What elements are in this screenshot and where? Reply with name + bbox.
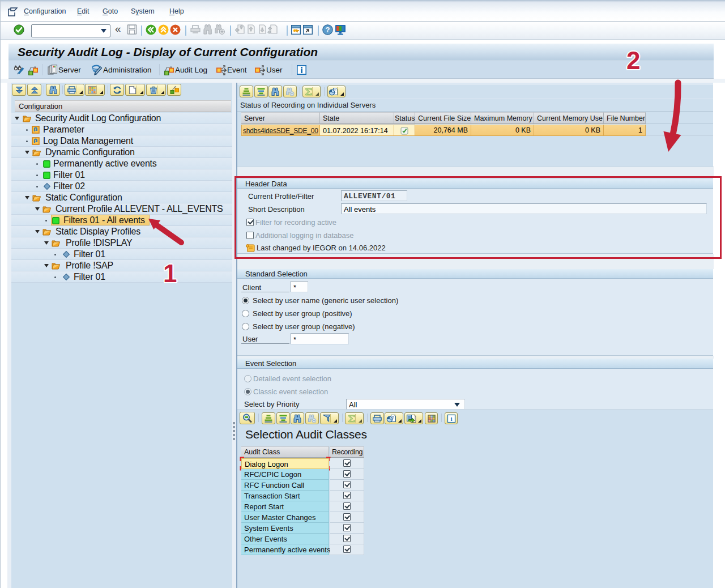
svg-text:i: i xyxy=(450,415,452,422)
svg-text:?: ? xyxy=(326,25,330,34)
